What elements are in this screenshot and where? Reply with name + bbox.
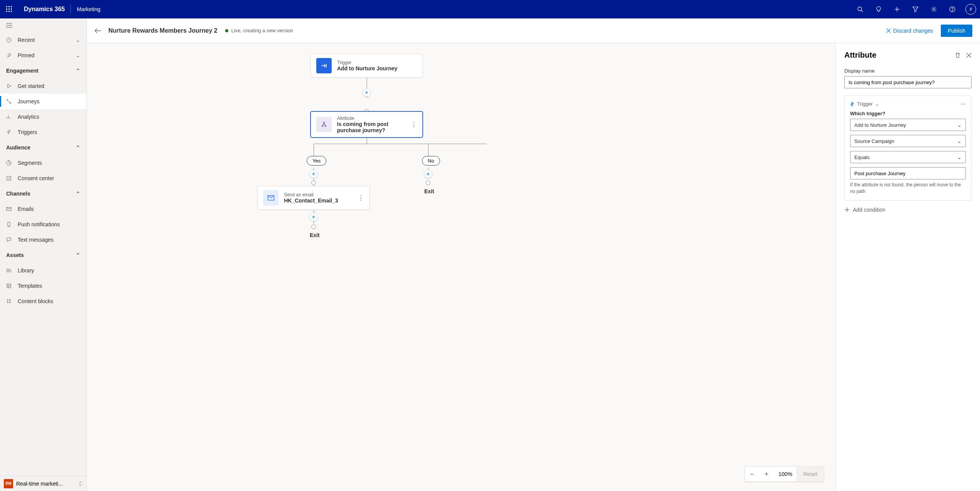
push-icon xyxy=(6,222,12,227)
nav-emails[interactable]: Emails xyxy=(0,201,86,217)
zoom-control: − + 100% Reset xyxy=(744,466,824,482)
publish-button[interactable]: Publish xyxy=(941,25,972,37)
trigger-select[interactable]: Add to Nurture Journey⌄ xyxy=(850,119,966,131)
svg-rect-2 xyxy=(11,6,12,7)
area-label: Real-time marketi... xyxy=(16,481,78,487)
svg-point-16 xyxy=(952,10,952,11)
node-email[interactable]: Send an emailHK_Contact_Email_3 ⋮ xyxy=(257,186,370,210)
port xyxy=(311,224,316,229)
svg-rect-5 xyxy=(11,8,12,10)
nav-label: Text messages xyxy=(18,237,53,243)
value-input[interactable] xyxy=(850,167,966,179)
nav-analytics[interactable]: Analytics xyxy=(0,109,86,124)
chevron-up-icon: ⌃ xyxy=(76,191,80,197)
add-step-button[interactable]: + xyxy=(309,170,318,178)
select-value: Equals xyxy=(854,154,870,160)
nav-blocks[interactable]: Content blocks xyxy=(0,294,86,309)
branch-no[interactable]: No xyxy=(422,156,440,166)
back-icon[interactable] xyxy=(95,28,101,33)
lightbulb-icon[interactable] xyxy=(869,0,888,18)
nav-group-assets[interactable]: Assets⌃ xyxy=(0,247,86,263)
segment-icon xyxy=(6,160,12,166)
close-icon xyxy=(886,28,891,33)
add-condition-button[interactable]: Add condition xyxy=(844,207,972,213)
select-value: Source Campaign xyxy=(854,138,894,144)
node-title: HK_Contact_Email_3 xyxy=(284,197,338,204)
nav-label: Channels xyxy=(6,191,30,197)
zoom-reset-button[interactable]: Reset xyxy=(797,467,824,481)
zoom-value: 100% xyxy=(774,471,797,477)
nav-label: Content blocks xyxy=(18,298,53,304)
delete-icon[interactable] xyxy=(955,52,961,58)
connector xyxy=(314,144,487,144)
gear-icon[interactable] xyxy=(925,0,943,18)
zoom-in-button[interactable]: + xyxy=(759,467,774,481)
svg-rect-28 xyxy=(7,284,11,288)
filter-icon[interactable] xyxy=(906,0,925,18)
area-switcher[interactable]: RM Real-time marketi... xyxy=(0,476,86,491)
brand-name[interactable]: Dynamics 365 xyxy=(18,6,70,13)
nav-group-engagement[interactable]: Engagement⌃ xyxy=(0,63,86,78)
nav-get-started[interactable]: Get started xyxy=(0,78,86,94)
svg-point-32 xyxy=(10,300,11,301)
nav-label: Audience xyxy=(6,144,30,151)
plus-icon[interactable] xyxy=(888,0,906,18)
nav-segments[interactable]: Segments xyxy=(0,155,86,171)
zoom-out-button[interactable]: − xyxy=(745,467,759,481)
add-step-button[interactable]: + xyxy=(309,213,318,221)
svg-point-33 xyxy=(7,302,8,303)
nav-library[interactable]: Library xyxy=(0,263,86,278)
app-launcher-icon[interactable] xyxy=(0,6,18,12)
nav-consent[interactable]: Consent center xyxy=(0,171,86,186)
help-icon[interactable] xyxy=(943,0,962,18)
node-title: Is coming from post purchase journey? xyxy=(337,121,407,133)
journey-canvas[interactable]: TriggerAdd to Nurture Journey + Attribut… xyxy=(87,43,835,491)
display-name-input[interactable] xyxy=(844,76,972,88)
page-header: Nurture Rewards Members Journey 2 Live, … xyxy=(87,18,980,43)
chevron-down-icon: ⌄ xyxy=(957,138,962,144)
page-title: Nurture Rewards Members Journey 2 xyxy=(108,27,218,34)
add-step-button[interactable]: + xyxy=(424,170,432,178)
more-icon[interactable]: ⋮ xyxy=(354,194,364,202)
field-select[interactable]: Source Campaign⌄ xyxy=(850,135,966,147)
status-dot xyxy=(225,29,228,32)
chevron-up-icon: ⌃ xyxy=(76,144,80,151)
nav-label: Library xyxy=(18,267,34,274)
svg-point-41 xyxy=(325,126,326,127)
user-avatar[interactable]: # xyxy=(965,4,976,15)
svg-rect-3 xyxy=(6,8,7,10)
nav-journeys[interactable]: Journeys xyxy=(0,94,86,109)
status-text: Live, creating a new version xyxy=(231,28,293,33)
search-icon[interactable] xyxy=(851,0,869,18)
node-attribute[interactable]: AttributeIs coming from post purchase jo… xyxy=(311,111,423,138)
sms-icon xyxy=(6,237,12,242)
nav-push[interactable]: Push notifications xyxy=(0,217,86,232)
nav-recent[interactable]: Recent⌄ xyxy=(0,32,86,48)
nav-triggers[interactable]: Triggers xyxy=(0,124,86,140)
discard-button[interactable]: Discard changes xyxy=(886,28,933,34)
svg-line-10 xyxy=(861,10,863,12)
nav-group-channels[interactable]: Channels⌃ xyxy=(0,186,86,201)
svg-point-14 xyxy=(933,8,935,10)
close-icon[interactable] xyxy=(966,53,972,58)
operator-select[interactable]: Equals⌄ xyxy=(850,151,966,163)
trigger-pill[interactable]: Trigger xyxy=(857,101,873,107)
clock-icon xyxy=(6,37,12,43)
branch-yes[interactable]: Yes xyxy=(307,156,326,166)
nav-text[interactable]: Text messages xyxy=(0,232,86,247)
more-icon[interactable]: ⋮ xyxy=(407,121,417,128)
nav-pinned[interactable]: Pinned⌄ xyxy=(0,48,86,63)
hamburger-icon[interactable] xyxy=(0,18,86,32)
nav-group-audience[interactable]: Audience⌃ xyxy=(0,140,86,155)
more-icon[interactable]: ⋯ xyxy=(961,101,966,107)
pin-icon xyxy=(6,53,12,58)
svg-rect-6 xyxy=(6,11,7,12)
app-name[interactable]: Marketing xyxy=(71,6,106,12)
nav-label: Segments xyxy=(18,160,42,166)
port xyxy=(426,181,430,185)
add-step-button[interactable]: + xyxy=(362,88,371,97)
nav-templates[interactable]: Templates xyxy=(0,278,86,294)
node-trigger[interactable]: TriggerAdd to Nurture Journey xyxy=(311,54,423,78)
trigger-icon xyxy=(6,129,12,135)
exit-label: Exit xyxy=(424,188,434,194)
